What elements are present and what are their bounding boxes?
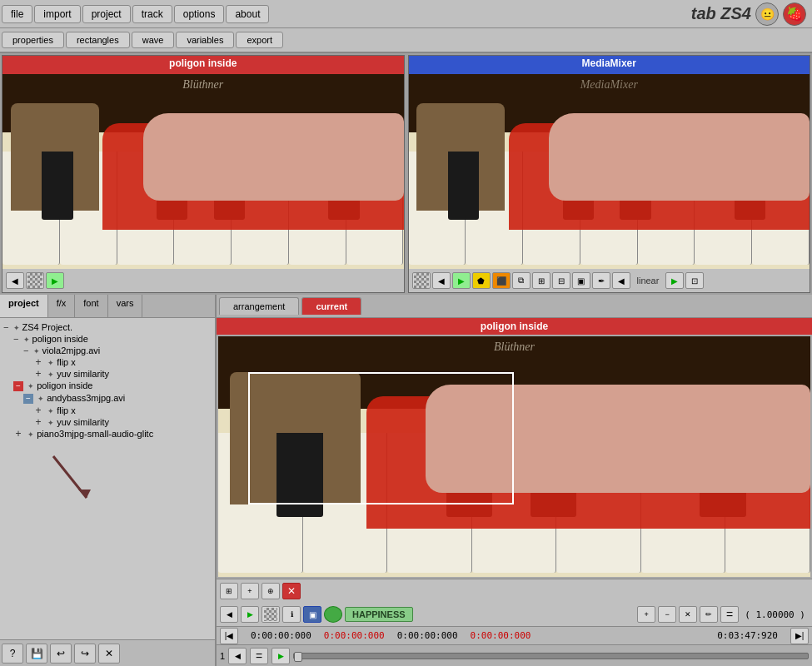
left-panel: project f/x font vars − ZS4 Project. − p…	[0, 295, 217, 666]
scrubber-track[interactable]	[293, 653, 809, 659]
arrange-btn-zoom[interactable]: ⊕	[262, 583, 280, 599]
top-left-panel: poligon inside Blüthner	[2, 55, 405, 293]
left-tab-font[interactable]: font	[75, 295, 107, 317]
arrange-minus[interactable]: −	[658, 606, 676, 623]
tree-item-yuv2: + yuv similarity	[3, 416, 212, 428]
arrange-btn-red-x[interactable]: ✕	[282, 583, 301, 599]
tree-item-viola: − viola2mjpg.avi	[3, 345, 212, 356]
happiness-button[interactable]: HAPPINESS	[345, 607, 413, 622]
tc-right-nav[interactable]: ▶|	[790, 628, 809, 644]
flip2-icon	[47, 405, 54, 415]
left-tab-project[interactable]: project	[0, 295, 48, 317]
arrangement-header: poligon inside	[217, 318, 812, 335]
top-right-panel: MediaMixer MediaMixer	[408, 55, 811, 293]
yellow-button-right[interactable]: ⬟	[472, 272, 491, 289]
arrange-rewind[interactable]: ◀	[220, 606, 238, 623]
checkerboard-button-right[interactable]	[412, 272, 431, 289]
redo-button[interactable]: ↪	[74, 644, 96, 664]
misc-button-1[interactable]: ⧉	[512, 272, 531, 289]
expand-root[interactable]: −	[3, 322, 8, 332]
play-button-right[interactable]	[452, 272, 471, 289]
menu-options[interactable]: options	[174, 5, 225, 23]
tree-label-andy: andybass3mjpg.avi	[47, 393, 125, 403]
playhead-row: 1 ◀ ▶	[217, 644, 812, 666]
plus-yuv2[interactable]: +	[33, 417, 43, 427]
expand-mixer[interactable]: ⊡	[685, 272, 704, 289]
minus-andy[interactable]: −	[23, 394, 33, 404]
top-right-panel-header: MediaMixer	[409, 56, 810, 74]
plus-piano3[interactable]: +	[13, 429, 23, 439]
plus-yuv1[interactable]: +	[33, 369, 43, 379]
tree-label-root: ZS4 Project.	[22, 322, 73, 332]
arrow-right-mixer[interactable]: ▶	[665, 272, 684, 289]
playhead-play[interactable]: ▶	[271, 648, 290, 664]
misc-button-5[interactable]: ✒	[592, 272, 610, 289]
right-panel: arrangement current poligon inside Blüth…	[217, 295, 812, 666]
arrange-info[interactable]: ℹ	[282, 606, 301, 623]
menu-track[interactable]: track	[132, 5, 172, 23]
top-right-piano-scene: MediaMixer	[409, 74, 810, 269]
yuv2-icon	[47, 417, 54, 427]
tab-arrangement[interactable]: arrangement	[219, 297, 299, 315]
menu-project[interactable]: project	[82, 5, 131, 23]
tree-label-yuv2: yuv similarity	[57, 417, 109, 427]
arrange-btn-plus[interactable]: +	[241, 583, 259, 599]
arrange-checker[interactable]	[262, 606, 280, 623]
orange-button-right[interactable]: ⬛	[492, 272, 511, 289]
tab-bar: properties rectangles wave variables exp…	[0, 28, 812, 53]
play-button-left[interactable]	[46, 272, 64, 289]
arrange-x[interactable]: ✕	[679, 606, 697, 623]
tab-export[interactable]: export	[236, 32, 283, 48]
top-right-video-frame: MediaMixer	[409, 74, 810, 269]
help-button[interactable]: ?	[2, 644, 23, 664]
selection-rectangle[interactable]	[248, 372, 515, 504]
left-tab-bar: project f/x font vars	[0, 295, 215, 318]
misc-button-4[interactable]: ▣	[572, 272, 590, 289]
plus-flip2[interactable]: +	[33, 405, 43, 415]
left-tab-vars[interactable]: vars	[108, 295, 143, 317]
arrow-left-mixer[interactable]: ◀	[612, 272, 630, 289]
plus-flip1[interactable]: +	[33, 357, 43, 367]
arrange-film[interactable]: ▣	[303, 606, 321, 623]
arrange-btn-1[interactable]: ⊞	[220, 583, 238, 599]
misc-button-3[interactable]: ⊟	[552, 272, 570, 289]
tc-left-nav[interactable]: |◀	[220, 628, 238, 644]
menu-file[interactable]: file	[2, 5, 32, 23]
playhead-rewind[interactable]: ◀	[228, 648, 247, 664]
playhead-eq[interactable]	[250, 648, 268, 664]
tab-rectangles[interactable]: rectangles	[66, 32, 130, 48]
flip1-icon	[47, 357, 54, 367]
scrubber-thumb[interactable]	[294, 652, 302, 662]
menu-import[interactable]: import	[34, 5, 80, 23]
menu-about[interactable]: about	[226, 5, 269, 23]
tab-variables[interactable]: variables	[176, 32, 234, 48]
face-icon: 😐	[755, 2, 779, 26]
tree-item-yuv1: + yuv similarity	[3, 368, 212, 380]
tree-item-poligon1: − poligon inside	[3, 333, 212, 345]
expand-viola[interactable]: −	[23, 345, 28, 355]
play-icon-left	[52, 276, 58, 286]
arrange-green-circle[interactable]	[324, 606, 342, 623]
tree-item-flip2: + flip x	[3, 405, 212, 416]
arrange-add[interactable]: +	[637, 606, 655, 623]
tab-properties[interactable]: properties	[2, 32, 64, 48]
red-minus-poligon2[interactable]: −	[13, 381, 23, 391]
right-tab-bar: arrangement current	[217, 295, 812, 318]
expand-poligon1[interactable]: −	[13, 334, 18, 344]
rewind-button-right[interactable]	[432, 272, 451, 289]
tree-item-flip1: + flip x	[3, 356, 212, 368]
arrange-pen[interactable]: ✏	[700, 606, 718, 623]
rewind-icon-right	[438, 276, 445, 286]
rewind-button-left[interactable]	[6, 272, 24, 289]
misc-button-2[interactable]: ⊞	[532, 272, 550, 289]
checkerboard-button-left[interactable]	[26, 272, 44, 289]
left-tab-fx[interactable]: f/x	[48, 295, 76, 317]
save-button[interactable]: 💾	[26, 644, 47, 664]
undo-button[interactable]: ↩	[50, 644, 72, 664]
arrange-eq[interactable]	[720, 606, 739, 623]
delete-button[interactable]: ✕	[98, 644, 120, 664]
tab-current[interactable]: current	[301, 297, 361, 315]
arrange-play[interactable]: ▶	[241, 606, 259, 623]
black-key	[42, 152, 72, 219]
tab-wave[interactable]: wave	[132, 32, 175, 48]
